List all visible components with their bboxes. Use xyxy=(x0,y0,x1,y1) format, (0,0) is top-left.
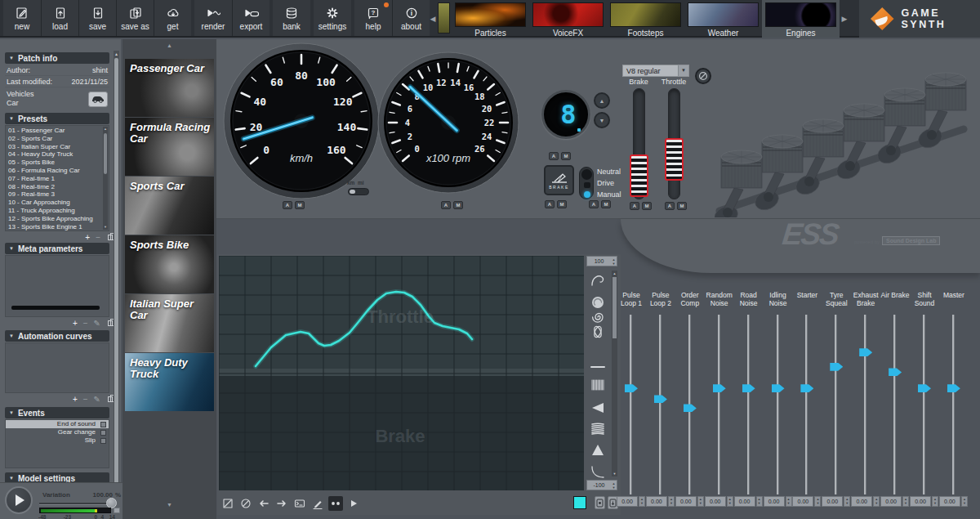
event-item-gear-change[interactable]: Gear change xyxy=(6,428,109,436)
edit-meta-button[interactable]: ✎ xyxy=(94,320,100,328)
channel-value-spinner[interactable]: ▲▼ xyxy=(873,496,880,507)
event-checkbox[interactable] xyxy=(100,438,106,444)
channel-slider-handle[interactable] xyxy=(654,395,667,403)
toolbar-load-button[interactable]: load xyxy=(41,0,78,36)
channel-value-spinner[interactable]: ▲▼ xyxy=(756,496,763,507)
channel-slider-track[interactable] xyxy=(777,315,779,494)
editor-tool-marquee-button[interactable] xyxy=(220,496,235,511)
channel-slider-handle[interactable] xyxy=(772,384,785,392)
channel-slider-handle[interactable] xyxy=(918,384,931,392)
km-mi-toggle[interactable] xyxy=(348,188,369,195)
channel-value-spinner[interactable]: ▲▼ xyxy=(932,496,938,507)
throttle-slider-handle[interactable] xyxy=(665,138,684,181)
auto-button[interactable]: A xyxy=(589,200,599,208)
transmission-drive-radio[interactable] xyxy=(584,182,590,188)
channel-value-spinner[interactable]: ▲▼ xyxy=(961,496,968,507)
sidebar-scrollbar[interactable]: ▲ ▼ xyxy=(114,51,119,519)
preset-item[interactable]: 05 - Sports Bike xyxy=(8,159,109,167)
tab-weather[interactable]: Weather xyxy=(684,0,762,38)
curve-tool-loops-icon[interactable] xyxy=(588,322,608,342)
editor-tool-play-button[interactable] xyxy=(346,496,361,511)
channel-slider-track[interactable] xyxy=(864,315,866,494)
curve-tool-noise-wedge-icon[interactable] xyxy=(588,398,608,418)
event-item-end-of-sound[interactable]: End of sound xyxy=(6,420,109,428)
play-button[interactable] xyxy=(5,486,33,514)
channel-slider-track[interactable] xyxy=(893,315,896,494)
add-preset-button[interactable]: + xyxy=(85,234,90,242)
channel-slider-handle[interactable] xyxy=(889,368,902,376)
channel-value-field[interactable]: 0.00 xyxy=(851,496,872,507)
scroll-down-icon[interactable]: ▼ xyxy=(103,225,108,230)
vehicle-scroll-down-button[interactable]: ▼ xyxy=(122,502,216,510)
preset-item[interactable]: 08 - Real-time 2 xyxy=(8,183,109,191)
channel-value-field[interactable]: 0.00 xyxy=(880,496,902,507)
vehicle-category-button[interactable] xyxy=(88,92,108,107)
edit-curve-button[interactable]: ✎ xyxy=(94,396,100,404)
remove-curve-button[interactable]: − xyxy=(83,396,88,404)
channel-slider-handle[interactable] xyxy=(947,384,960,392)
scroll-up-icon[interactable]: ▲ xyxy=(612,271,617,276)
auto-button[interactable]: A xyxy=(549,152,559,160)
auto-button[interactable]: A xyxy=(283,201,292,209)
spinner-arrows-icon[interactable]: ▲▼ xyxy=(611,481,617,490)
channel-slider-track[interactable] xyxy=(718,315,720,494)
transmission-manual-radio[interactable] xyxy=(584,191,590,198)
auto-button[interactable]: A xyxy=(630,202,639,210)
preset-item[interactable]: 10 - Car Approaching xyxy=(8,199,109,207)
channel-value-field[interactable]: 0.00 xyxy=(910,496,931,507)
event-item-slip[interactable]: Slip xyxy=(6,436,109,445)
preset-item[interactable]: 11 - Truck Approaching xyxy=(8,207,109,215)
preset-item[interactable]: 02 - Sports Car xyxy=(8,135,109,143)
channel-slider-handle[interactable] xyxy=(859,348,872,356)
channel-slider-handle[interactable] xyxy=(713,384,726,392)
dropdown-arrow-icon[interactable]: ▼ xyxy=(678,65,688,76)
section-header-meta-parameters[interactable]: ▼Meta parameters xyxy=(5,243,109,254)
manual-button[interactable]: M xyxy=(642,202,652,210)
channel-value-spinner[interactable]: ▲▼ xyxy=(668,496,675,507)
section-header-patch-info[interactable]: ▼Patch info xyxy=(5,52,109,64)
vehicle-scroll-up-button[interactable]: ▲ xyxy=(122,43,216,51)
vehicle-item-passenger-car[interactable]: Passenger Car xyxy=(125,59,214,117)
channel-value-spinner[interactable]: ▲▼ xyxy=(697,496,704,507)
manual-button[interactable]: M xyxy=(295,201,305,209)
channel-value-spinner[interactable]: ▲▼ xyxy=(727,496,733,507)
toolbar-export-button[interactable]: export xyxy=(232,0,270,36)
curve-tool-coil-icon[interactable] xyxy=(588,419,608,439)
toolbar-save-button[interactable]: save xyxy=(78,0,116,36)
meter-option-button[interactable] xyxy=(114,508,120,513)
vehicle-item-heavy-duty-truck[interactable]: Heavy Duty Truck xyxy=(125,353,214,411)
channel-value-spinner[interactable]: ▲▼ xyxy=(786,496,792,507)
vehicle-item-formula-racing-car[interactable]: Formula Racing Car xyxy=(125,118,214,176)
tachometer-gauge[interactable]: 02468101214161820222426x100 rpm xyxy=(377,51,519,197)
tab-footsteps[interactable]: Footsteps xyxy=(607,0,684,38)
tab-scroll-right-button[interactable]: ▶ xyxy=(840,0,849,38)
editor-tool-arrow-right-button[interactable] xyxy=(274,496,289,511)
manual-button[interactable]: M xyxy=(677,202,687,210)
remove-meta-button[interactable]: − xyxy=(83,320,88,328)
channel-value-spinner[interactable]: ▲▼ xyxy=(902,496,909,507)
auto-button[interactable]: A xyxy=(545,200,555,208)
channel-value-spinner[interactable]: ▲▼ xyxy=(639,496,645,507)
scroll-down-icon[interactable]: ▼ xyxy=(612,471,617,476)
preset-item[interactable]: 07 - Real-time 1 xyxy=(8,175,109,183)
curve-tool-line-icon[interactable] xyxy=(588,357,608,377)
preset-item[interactable]: 03 - Italian Super Car xyxy=(8,143,109,151)
preset-item[interactable]: 01 - Passenger Car xyxy=(8,127,109,135)
editor-tool-pencil-button[interactable] xyxy=(310,496,325,511)
vehicle-item-sports-car[interactable]: Sports Car xyxy=(125,177,214,235)
channel-slider-handle[interactable] xyxy=(830,363,843,371)
channel-slider-track[interactable] xyxy=(747,315,750,494)
editor-tool-dots-button[interactable] xyxy=(328,496,343,511)
duplicate-meta-button[interactable] xyxy=(108,320,113,326)
toolbar-about-button[interactable]: iabout xyxy=(392,0,430,36)
vehicle-item-sports-bike[interactable]: Sports Bike xyxy=(125,235,214,293)
manual-button[interactable]: M xyxy=(453,201,463,209)
channel-value-field[interactable]: 0.00 xyxy=(734,496,755,507)
preset-item[interactable]: 04 - Heavy Duty Truck xyxy=(8,150,109,159)
manual-button[interactable]: M xyxy=(601,200,611,208)
section-header-presets[interactable]: ▼Presets xyxy=(5,113,109,124)
auto-button[interactable]: A xyxy=(441,201,451,209)
add-meta-button[interactable]: + xyxy=(73,320,78,328)
toolbar-settings-button[interactable]: settings xyxy=(314,0,351,36)
duplicate-curve-button[interactable] xyxy=(108,396,113,402)
